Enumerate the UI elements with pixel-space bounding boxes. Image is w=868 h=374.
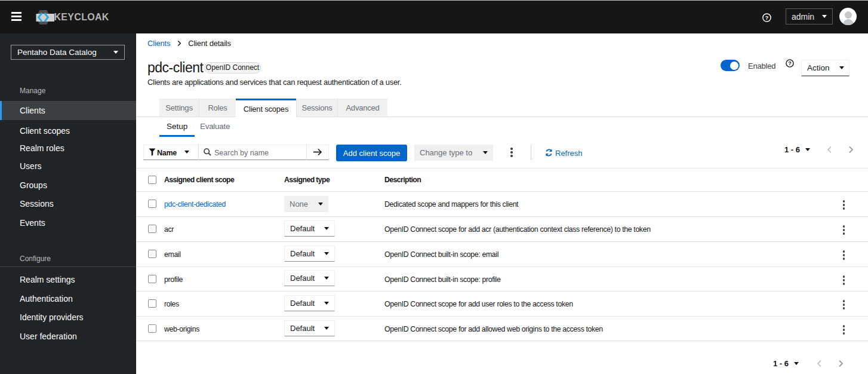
svg-text:?: ? <box>788 60 792 66</box>
svg-text:?: ? <box>765 14 769 21</box>
svg-text:KEYCLOAK: KEYCLOAK <box>54 12 109 22</box>
